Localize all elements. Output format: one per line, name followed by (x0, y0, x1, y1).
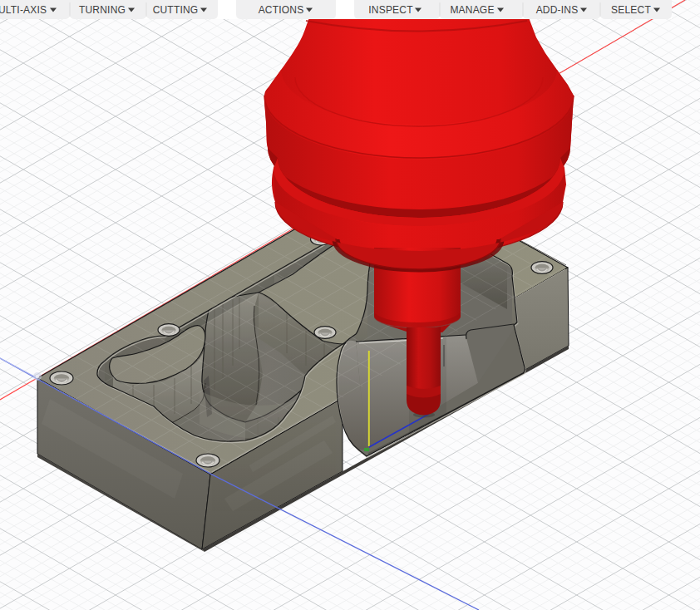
svg-text:MANAGE: MANAGE (450, 4, 494, 16)
svg-text:SELECT: SELECT (611, 4, 651, 16)
svg-text:INSPECT: INSPECT (368, 4, 413, 16)
svg-text:MULTI-AXIS: MULTI-AXIS (0, 4, 47, 16)
svg-text:TURNING: TURNING (79, 4, 126, 16)
svg-text:ADD-INS: ADD-INS (536, 4, 579, 16)
svg-text:CUTTING: CUTTING (153, 4, 199, 16)
svg-text:ACTIONS: ACTIONS (259, 4, 304, 16)
